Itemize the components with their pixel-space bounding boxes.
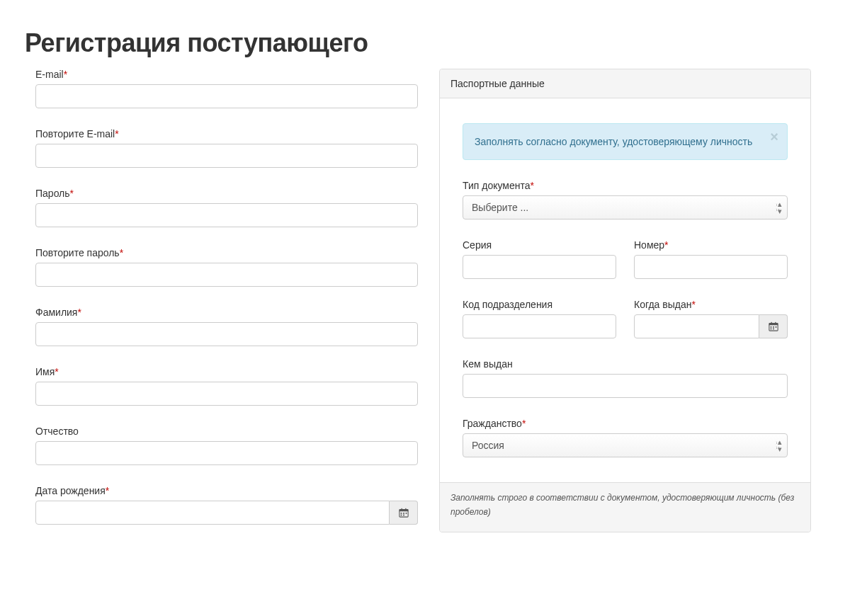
series-input[interactable] bbox=[463, 255, 616, 279]
required-mark: * bbox=[120, 247, 123, 258]
svg-rect-2 bbox=[401, 508, 402, 511]
calendar-icon[interactable] bbox=[390, 501, 418, 525]
email-input[interactable] bbox=[35, 84, 418, 108]
required-mark: * bbox=[531, 180, 534, 191]
svg-rect-12 bbox=[775, 322, 776, 324]
svg-rect-1 bbox=[399, 510, 407, 512]
firstname-label: Имя* bbox=[35, 366, 418, 377]
panel-footer-note: Заполнять строго в соответствии с докуме… bbox=[440, 482, 810, 531]
repeat-email-input[interactable] bbox=[35, 144, 418, 168]
required-mark: * bbox=[664, 239, 668, 251]
calendar-icon[interactable] bbox=[759, 314, 788, 338]
lastname-input[interactable] bbox=[35, 322, 418, 346]
required-mark: * bbox=[55, 366, 58, 377]
panel-heading: Паспортные данные bbox=[440, 69, 810, 98]
svg-rect-7 bbox=[400, 515, 402, 516]
email-label: E-mail* bbox=[35, 69, 418, 80]
svg-rect-3 bbox=[405, 508, 406, 511]
svg-rect-6 bbox=[405, 513, 407, 514]
dob-label: Дата рождения* bbox=[35, 485, 418, 496]
firstname-input[interactable] bbox=[35, 382, 418, 406]
number-input[interactable] bbox=[634, 255, 788, 279]
required-mark: * bbox=[522, 418, 526, 429]
svg-rect-10 bbox=[769, 324, 777, 326]
when-issued-label: Когда выдан* bbox=[634, 299, 788, 310]
middlename-input[interactable] bbox=[35, 441, 418, 465]
middlename-label: Отчество bbox=[35, 426, 418, 437]
alert-close-icon[interactable]: × bbox=[770, 130, 778, 144]
dob-input[interactable] bbox=[35, 501, 390, 525]
svg-rect-13 bbox=[770, 326, 771, 328]
repeat-email-label: Повторите E-mail* bbox=[35, 128, 418, 139]
svg-rect-5 bbox=[403, 513, 404, 514]
svg-rect-11 bbox=[771, 322, 771, 324]
svg-rect-4 bbox=[400, 513, 402, 514]
required-mark: * bbox=[70, 188, 74, 199]
number-label: Номер* bbox=[634, 239, 788, 251]
required-mark: * bbox=[691, 299, 695, 310]
required-mark: * bbox=[106, 485, 109, 496]
citizenship-select[interactable]: Россия bbox=[463, 433, 788, 457]
issued-by-label: Кем выдан bbox=[463, 358, 788, 370]
doc-type-select[interactable]: Выберите ... bbox=[463, 195, 788, 219]
required-mark: * bbox=[77, 307, 81, 318]
repeat-password-label: Повторите пароль* bbox=[35, 247, 418, 258]
issued-by-input[interactable] bbox=[463, 374, 788, 398]
info-alert: Заполнять согласно документу, удостоверя… bbox=[463, 123, 788, 160]
password-label: Пароль* bbox=[35, 188, 418, 199]
doc-type-label: Тип документа* bbox=[463, 180, 788, 191]
division-code-input[interactable] bbox=[463, 314, 616, 338]
svg-rect-8 bbox=[403, 515, 404, 516]
repeat-password-input[interactable] bbox=[35, 263, 418, 287]
required-mark: * bbox=[115, 128, 118, 139]
required-mark: * bbox=[64, 69, 67, 80]
basic-info-form: E-mail* Повторите E-mail* Пароль* Повтор… bbox=[25, 69, 418, 535]
svg-rect-17 bbox=[773, 329, 774, 330]
svg-rect-15 bbox=[775, 326, 776, 328]
series-label: Серия bbox=[463, 239, 616, 251]
passport-panel: Паспортные данные Заполнять согласно док… bbox=[439, 69, 811, 532]
lastname-label: Фамилия* bbox=[35, 307, 418, 318]
division-code-label: Код подразделения bbox=[463, 299, 616, 310]
page-title: Регистрация поступающего bbox=[25, 28, 825, 58]
svg-rect-16 bbox=[770, 329, 771, 330]
when-issued-input[interactable] bbox=[634, 314, 759, 338]
svg-rect-14 bbox=[773, 326, 774, 328]
password-input[interactable] bbox=[35, 203, 418, 227]
citizenship-label: Гражданство* bbox=[463, 418, 788, 429]
